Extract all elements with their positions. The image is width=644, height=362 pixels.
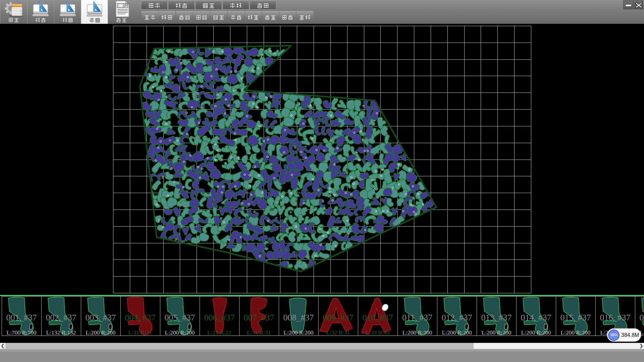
svg-text:014_#37: 014_#37 [521, 313, 551, 322]
svg-text:L:31 R:31: L:31 R:31 [128, 329, 152, 336]
svg-text:L:200 R:200: L:200 R:200 [442, 329, 472, 336]
svg-text:L:21 R:21: L:21 R:21 [207, 329, 231, 336]
svg-text:008_#37: 008_#37 [283, 313, 314, 322]
svg-text:L:200 R:200: L:200 R:200 [165, 329, 195, 336]
svg-text:L:200 R:200: L:200 R:200 [284, 329, 314, 336]
svg-text:L:700 R:700: L:700 R:700 [7, 329, 37, 336]
svg-text:L:132 R:132: L:132 R:132 [46, 329, 76, 336]
svg-text:L:33 R:33: L:33 R:33 [366, 329, 390, 336]
svg-text:009_#37: 009_#37 [323, 313, 354, 322]
svg-text:001_#37: 001_#37 [6, 313, 37, 322]
svg-text:L:200 R:200: L:200 R:200 [561, 329, 591, 336]
svg-text:L:31 R:31: L:31 R:31 [247, 329, 271, 336]
svg-text:010_#37: 010_#37 [363, 313, 393, 322]
svg-text:003_#37: 003_#37 [86, 313, 116, 322]
svg-text:016_#37: 016_#37 [600, 313, 631, 322]
svg-text:L:200 R:200: L:200 R:200 [86, 329, 116, 336]
svg-text:005_#37: 005_#37 [165, 313, 195, 322]
svg-text:L:32 R:31: L:32 R:31 [326, 329, 350, 336]
svg-text:017_#37: 017_#37 [640, 313, 644, 322]
svg-text:015_#37: 015_#37 [560, 313, 591, 322]
svg-text:007_#37: 007_#37 [244, 313, 274, 322]
svg-text:L:200 R:200: L:200 R:200 [521, 329, 551, 336]
svg-text:002_#37: 002_#37 [46, 313, 76, 322]
svg-text:013_#37: 013_#37 [481, 313, 512, 322]
svg-text:012_#37: 012_#37 [442, 313, 472, 322]
svg-text:L:200 R:200: L:200 R:200 [482, 329, 512, 336]
svg-text:L:200 R:200: L:200 R:200 [402, 329, 432, 336]
svg-text:006_#37: 006_#37 [204, 313, 235, 322]
svg-text:004_#37: 004_#37 [125, 313, 156, 322]
svg-text:011_#37: 011_#37 [402, 313, 432, 322]
